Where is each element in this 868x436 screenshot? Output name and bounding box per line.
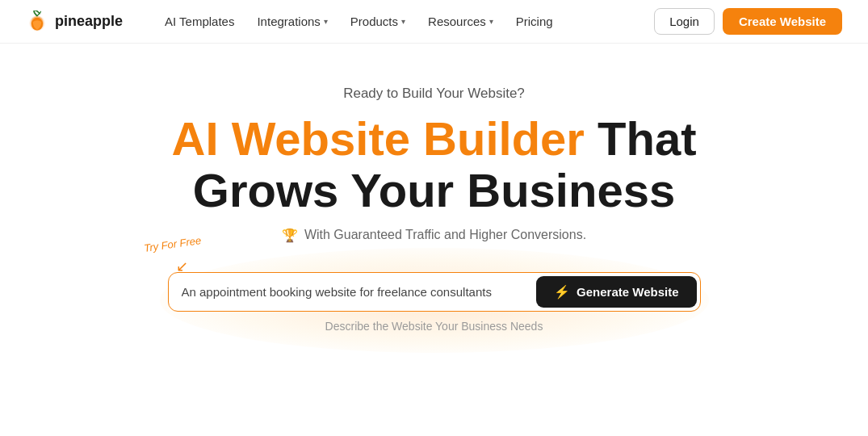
logo-text: pineapple — [55, 13, 123, 30]
input-hint: Describe the Website Your Business Needs — [168, 320, 701, 333]
hero-title: AI Website Builder ThatGrows Your Busine… — [172, 113, 697, 216]
trophy-icon: 🏆 — [282, 228, 298, 243]
generate-website-button[interactable]: ⚡ Generate Website — [536, 276, 696, 308]
nav-item-resources[interactable]: Resources ▾ — [418, 10, 503, 33]
logo[interactable]: pineapple — [26, 10, 123, 33]
hero-subtitle: Ready to Build Your Website? — [343, 86, 525, 102]
input-wrapper: Try For Free ↙ ⚡ Generate Website Descri… — [168, 272, 701, 333]
hero-tagline: 🏆 With Guaranteed Traffic and Higher Con… — [282, 228, 586, 243]
create-website-button[interactable]: Create Website — [723, 8, 842, 35]
navbar: pineapple AI Templates Integrations ▾ Pr… — [0, 0, 868, 44]
nav-item-integrations[interactable]: Integrations ▾ — [247, 10, 337, 33]
website-description-input[interactable] — [182, 279, 537, 305]
hero-title-orange: AI Website Builder — [172, 112, 585, 165]
chevron-down-icon: ▾ — [401, 17, 405, 26]
nav-item-products[interactable]: Products ▾ — [341, 10, 415, 33]
input-row: ⚡ Generate Website — [168, 272, 701, 312]
nav-actions: Login Create Website — [654, 8, 842, 35]
nav-item-ai-templates[interactable]: AI Templates — [155, 10, 244, 33]
bolt-icon: ⚡ — [554, 284, 570, 300]
hero-section: Ready to Build Your Website? AI Website … — [0, 44, 868, 333]
logo-icon — [26, 10, 48, 33]
chevron-down-icon: ▾ — [324, 17, 328, 26]
login-button[interactable]: Login — [654, 8, 715, 35]
try-free-label: Try For Free — [143, 234, 202, 254]
chevron-down-icon: ▾ — [489, 17, 493, 26]
nav-links: AI Templates Integrations ▾ Products ▾ R… — [155, 10, 648, 33]
nav-item-pricing[interactable]: Pricing — [506, 10, 563, 33]
